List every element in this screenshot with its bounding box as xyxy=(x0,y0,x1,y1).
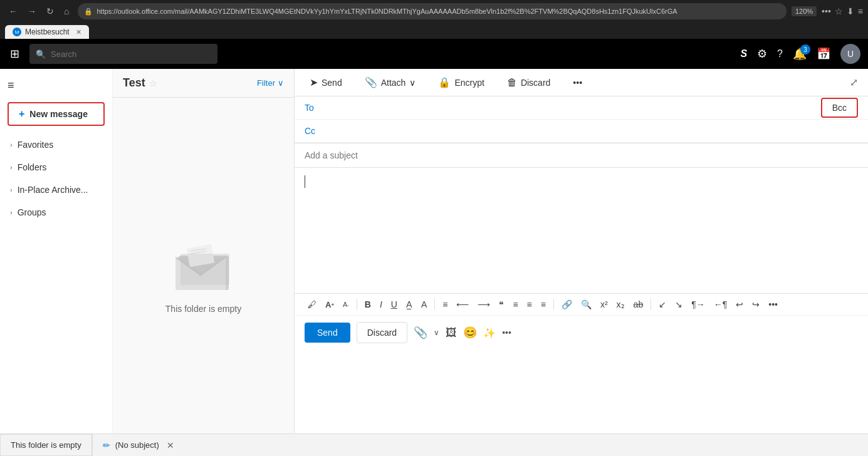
attach-toolbar-button[interactable]: 📎 Attach ∨ xyxy=(360,74,421,91)
expand-compose-button[interactable]: ⤢ xyxy=(850,76,858,88)
more-formatting-button[interactable]: ••• xyxy=(765,298,781,311)
ltr-button[interactable]: ¶→ xyxy=(688,298,708,311)
format-clear-button[interactable]: 🖋 xyxy=(305,298,320,311)
back-button[interactable]: ← xyxy=(5,4,21,19)
message-list-empty: This folder is empty xyxy=(113,98,294,456)
refresh-button[interactable]: ↻ xyxy=(43,4,58,19)
zoom-level: 120% xyxy=(792,6,817,16)
status-edit-icon: ✏ xyxy=(103,440,110,450)
tab-title: Meistbesucht xyxy=(25,28,70,36)
indent-button[interactable]: ⟶ xyxy=(474,298,493,311)
justify-button[interactable]: ≡ xyxy=(538,298,549,311)
encrypt-toolbar-button[interactable]: 🔒 Encrypt xyxy=(433,74,489,91)
superscript-button[interactable]: x² xyxy=(597,298,611,311)
help-icon[interactable]: ? xyxy=(777,48,783,60)
more-send-icon[interactable]: ••• xyxy=(502,328,511,338)
svg-rect-8 xyxy=(180,254,229,285)
skype-icon[interactable]: S xyxy=(740,48,747,60)
cc-input[interactable] xyxy=(323,126,858,136)
download-button[interactable]: ⬇ xyxy=(847,6,854,16)
folder-title-area: Test ☆ xyxy=(123,76,157,90)
compose-send-bar: Send Discard 📎 ∨ 🖼 😊 ✨ ••• xyxy=(295,315,868,350)
discard-toolbar-button[interactable]: 🗑 Discard xyxy=(502,75,555,91)
filter-label: Filter xyxy=(257,78,275,88)
encrypt-toolbar-label: Encrypt xyxy=(454,78,484,88)
format-painter-button[interactable]: ↘ xyxy=(672,298,686,311)
menu-icon[interactable]: ≡ xyxy=(8,79,14,92)
formatting-toolbar: 🖋 A+ A- B I U A̲ A ≡ ⟵ ⟶ ❝ ≡ ≡ ≡ 🔗 🔍 x² … xyxy=(295,293,868,315)
link-button[interactable]: 🔗 xyxy=(558,298,575,311)
font-size-increase-button[interactable]: A+ xyxy=(322,298,337,311)
attach-send-icon[interactable]: 📎 xyxy=(414,326,427,339)
outdent-button[interactable]: ⟵ xyxy=(453,298,472,311)
italic-button[interactable]: I xyxy=(377,298,385,311)
bcc-label: Bcc xyxy=(832,103,847,113)
sidebar-item-groups[interactable]: › Groups xyxy=(0,201,112,224)
browser-chrome: ← → ↻ ⌂ 🔒 https://outlook.office.com/mai… xyxy=(0,0,868,23)
compose-subject-area xyxy=(295,143,868,168)
compose-toolbar: ➤ Send 📎 Attach ∨ 🔒 Encrypt 🗑 Discard ••… xyxy=(295,69,868,96)
search-replace-button[interactable]: 🔍 xyxy=(578,298,595,311)
font-size-decrease-button[interactable]: A- xyxy=(340,299,352,310)
subscript-button[interactable]: x₂ xyxy=(614,298,628,311)
send-toolbar-label: Send xyxy=(322,78,342,88)
sidebar-item-folders[interactable]: › Folders xyxy=(0,156,112,179)
quote-button[interactable]: ❝ xyxy=(496,298,507,311)
notification-bell-icon[interactable]: 🔔 3 xyxy=(793,47,807,61)
calendar-icon[interactable]: 📅 xyxy=(817,47,830,61)
underline-button[interactable]: U xyxy=(388,298,400,311)
attach-chevron-send-icon[interactable]: ∨ xyxy=(434,328,439,337)
status-close-button[interactable]: ✕ xyxy=(167,440,174,450)
hamburger-button[interactable]: ≡ xyxy=(858,6,863,16)
address-bar[interactable]: 🔒 https://outlook.office.com/mail/AAMkAG… xyxy=(78,3,787,19)
search-input[interactable] xyxy=(51,49,211,59)
send-button[interactable]: Send xyxy=(305,323,350,343)
send-toolbar-button[interactable]: ➤ Send xyxy=(305,74,347,91)
new-message-button[interactable]: + New message xyxy=(8,102,105,126)
app-search-container: 🔍 xyxy=(29,44,217,64)
discard-button[interactable]: Discard xyxy=(357,322,407,343)
to-input[interactable] xyxy=(323,103,858,113)
empty-state: This folder is empty xyxy=(165,240,241,314)
url-text: https://outlook.office.com/mail/AAMkAGY1… xyxy=(97,8,780,15)
app-grid-icon[interactable]: ⊞ xyxy=(8,44,22,63)
sidebar-item-label: Folders xyxy=(18,162,102,172)
extensions-button[interactable]: ••• xyxy=(822,6,831,16)
star-icon[interactable]: ☆ xyxy=(149,78,157,88)
status-folder-empty[interactable]: This folder is empty xyxy=(0,434,92,456)
highlight-button[interactable]: A̲ xyxy=(403,298,416,311)
compose-body-area[interactable] xyxy=(295,168,868,293)
align-right-button[interactable]: ≡ xyxy=(524,298,535,311)
bcc-button[interactable]: Bcc xyxy=(821,98,858,118)
chevron-icon: › xyxy=(10,186,13,194)
align-center-button[interactable]: ≡ xyxy=(510,298,521,311)
home-button[interactable]: ⌂ xyxy=(60,4,73,19)
font-color-button[interactable]: A xyxy=(418,298,430,311)
tab-close-icon[interactable]: ✕ xyxy=(76,28,81,36)
active-tab[interactable]: M Meistbesucht ✕ xyxy=(5,25,89,39)
bold-button[interactable]: B xyxy=(362,298,374,311)
attach-chevron-icon: ∨ xyxy=(409,78,416,88)
status-no-subject[interactable]: ✏ (No subject) ✕ xyxy=(92,434,184,456)
ai-send-icon[interactable]: ✨ xyxy=(483,327,496,339)
align-left-button[interactable]: ≡ xyxy=(439,298,451,311)
bookmark-button[interactable]: ☆ xyxy=(835,6,843,16)
compose-fields: To Bcc Cc xyxy=(295,96,868,143)
sidebar: ≡ + New message › Favorites › Folders › … xyxy=(0,69,113,456)
image-send-icon[interactable]: 🖼 xyxy=(446,326,457,339)
forward-button[interactable]: → xyxy=(24,4,40,19)
undo-button[interactable]: ↩ xyxy=(733,298,746,311)
more-toolbar-button[interactable]: ••• xyxy=(568,75,587,90)
emoji-send-icon[interactable]: 😊 xyxy=(463,326,477,339)
insert-signature-button[interactable]: ↙ xyxy=(656,298,669,311)
filter-button[interactable]: Filter ∨ xyxy=(257,78,284,88)
sidebar-item-favorites[interactable]: › Favorites xyxy=(0,133,112,156)
sidebar-item-archive[interactable]: › In-Place Archive... xyxy=(0,179,112,201)
subject-input[interactable] xyxy=(305,150,858,160)
new-message-label: New message xyxy=(29,109,88,119)
user-avatar[interactable]: U xyxy=(840,44,860,64)
settings-icon[interactable]: ⚙ xyxy=(757,47,767,61)
rtl-button[interactable]: ←¶ xyxy=(711,298,731,311)
redo-button[interactable]: ↪ xyxy=(749,298,763,311)
strikethrough-button[interactable]: ab xyxy=(630,298,647,311)
